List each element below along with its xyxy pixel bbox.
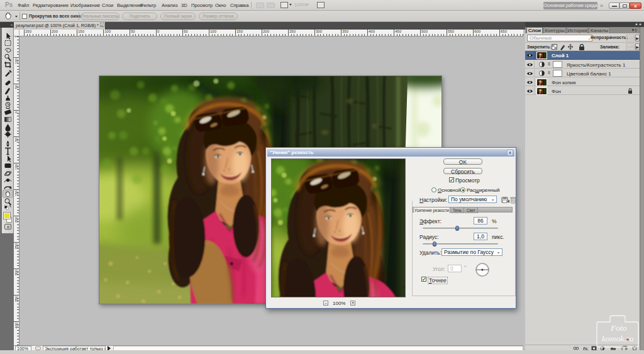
svg-text:komok.ru: komok.ru bbox=[602, 334, 634, 343]
svg-text:Foto: Foto bbox=[610, 323, 627, 333]
